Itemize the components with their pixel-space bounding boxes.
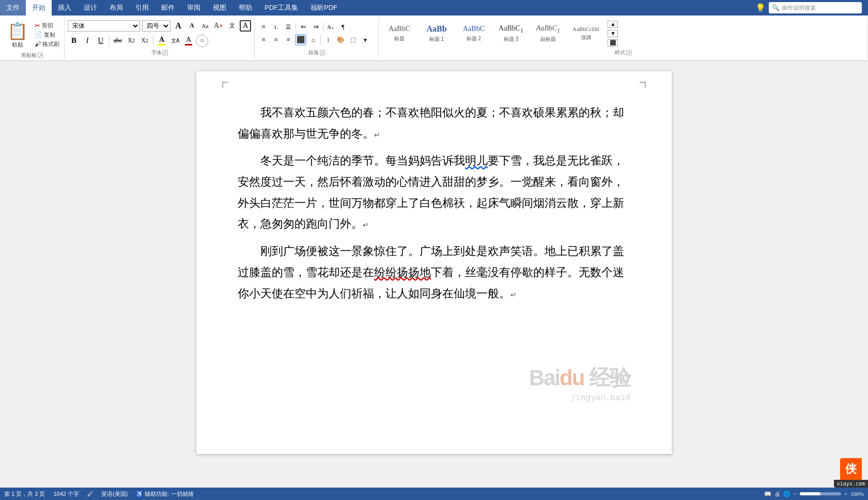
- change-case-button[interactable]: Aa: [199, 20, 211, 32]
- para-sep2: [323, 22, 323, 32]
- style-subtitle[interactable]: AaBbC1 副标题: [531, 21, 566, 46]
- strikethrough-button[interactable]: abc: [112, 35, 124, 47]
- paragraph-1[interactable]: 我不喜欢五颜六色的春；不喜欢艳阳似火的夏；不喜欢硕果累累的秋；却偏偏喜欢那与世无…: [238, 102, 630, 144]
- borders-button[interactable]: ⬚: [347, 34, 359, 46]
- subscript-button[interactable]: X2: [125, 35, 137, 47]
- styles-label: 样式: [615, 49, 625, 56]
- style-heading3-preview: AaBbC1: [499, 24, 523, 35]
- font-color-button[interactable]: A: [156, 35, 168, 47]
- justify-button[interactable]: ⬛: [295, 34, 306, 46]
- baidu-watermark: Baidu 经验 jingyan.baid: [529, 363, 630, 402]
- menu-item-insert[interactable]: 插入: [52, 0, 78, 16]
- decrease-font-size-button[interactable]: A: [186, 20, 197, 32]
- font-color2-button[interactable]: A: [182, 35, 195, 47]
- document-page[interactable]: 我不喜欢五颜六色的春；不喜欢艳阳似火的夏；不喜欢硕果累累的秋；却偏偏喜欢那与世无…: [196, 71, 672, 454]
- align-right-button[interactable]: ≡: [283, 34, 294, 46]
- paragraph-expand[interactable]: ↗: [320, 50, 325, 55]
- decrease-indent-button[interactable]: ⇐: [298, 21, 309, 33]
- clear-format-button[interactable]: A ✕: [213, 20, 224, 32]
- style-normal[interactable]: AaBbC 标题: [382, 22, 417, 44]
- paragraph-2[interactable]: 冬天是一个纯洁的季节。每当妈妈告诉我明儿要下雪，我总是无比雀跃，安然度过一天，然…: [238, 150, 630, 235]
- copy-button[interactable]: 📄 复制: [33, 31, 61, 39]
- style-emphasis-preview: AaBbCcDd: [572, 25, 599, 33]
- read-view-button[interactable]: 📖: [764, 491, 771, 497]
- styles-expand[interactable]: ↗: [626, 50, 631, 55]
- accessibility[interactable]: ♿ 辅助功能: 一切就绪: [136, 490, 193, 498]
- bullets-button[interactable]: ≡: [258, 21, 269, 33]
- page-info[interactable]: 第 1 页，共 3 页: [4, 490, 45, 498]
- ribbon: 📋 粘贴 ✂ 剪切 📄 复制 🖌 格式刷 剪贴板 ↗: [0, 16, 868, 61]
- format-painter-button[interactable]: 🖌 格式刷: [33, 40, 61, 49]
- cut-label: 剪切: [42, 22, 53, 29]
- line-spacing-button[interactable]: ↕: [322, 34, 334, 46]
- search-box[interactable]: 🔍 操作说明搜索: [769, 2, 862, 13]
- increase-indent-button[interactable]: ⇒: [310, 21, 321, 33]
- zoom-minus[interactable]: −: [794, 491, 797, 497]
- zoom-level: 100%: [850, 491, 864, 497]
- menu-item-layout[interactable]: 布局: [103, 0, 129, 16]
- font-style-A-button[interactable]: A: [240, 20, 251, 32]
- xia-badge[interactable]: 侠: [840, 458, 862, 480]
- superscript-button[interactable]: X2: [138, 35, 151, 47]
- styles-scroll: ▲ ▼ ⬛: [608, 21, 618, 47]
- sort-button[interactable]: A↓: [325, 21, 336, 33]
- style-emphasis[interactable]: AaBbCcDd 强调: [568, 23, 603, 43]
- menu-item-design[interactable]: 设计: [78, 0, 103, 16]
- underline-button[interactable]: U: [95, 35, 107, 47]
- multilevel-list-button[interactable]: ☰: [283, 21, 294, 33]
- styles-group: AaBbC 标题 AaBb 标题 1 AaBbC 标题 2 AaBbC1 标题 …: [379, 18, 868, 58]
- print-layout-button[interactable]: 🖨: [774, 491, 780, 497]
- zoom-slider[interactable]: [800, 492, 841, 495]
- clipboard-expand[interactable]: ↗: [38, 53, 43, 58]
- highlight-button[interactable]: 文A: [169, 35, 181, 47]
- font-expand[interactable]: ↗: [163, 50, 168, 55]
- clipboard-label: 剪贴板: [21, 52, 37, 59]
- menu-item-references[interactable]: 引用: [129, 0, 155, 16]
- web-layout-button[interactable]: 🌐: [783, 491, 791, 497]
- menu-item-file[interactable]: 文件: [0, 0, 26, 16]
- style-heading3[interactable]: AaBbC1 标题 3: [493, 21, 529, 46]
- wen-icon-button[interactable]: 文: [226, 20, 238, 32]
- cut-button[interactable]: ✂ 剪切: [33, 21, 61, 30]
- menu-item-fuxin[interactable]: 福昕PDF: [304, 0, 344, 16]
- wavy-text-2: 纷纷扬扬地: [374, 266, 431, 279]
- column-button[interactable]: ⌂: [307, 34, 319, 46]
- show-marks-button[interactable]: ¶: [337, 21, 349, 33]
- zoom-plus[interactable]: +: [844, 491, 847, 497]
- paragraph-3[interactable]: 刚到广场便被这一景象惊住了。广场上到处是欢声笑语。地上已积累了盖过膝盖的雪，雪花…: [238, 241, 630, 304]
- menu-item-review[interactable]: 审阅: [181, 0, 207, 16]
- menu-item-pdf[interactable]: PDF工具集: [258, 0, 304, 16]
- italic-button[interactable]: I: [81, 35, 94, 47]
- corner-badge-container[interactable]: 侠 xiayx.com: [834, 458, 868, 488]
- style-heading2-preview: AaBbC: [463, 24, 485, 34]
- bold-button[interactable]: B: [68, 35, 80, 47]
- menu-item-help[interactable]: 帮助: [233, 0, 258, 16]
- shading-button[interactable]: 🎨: [335, 34, 346, 46]
- word-count[interactable]: 1042 个字: [53, 490, 79, 498]
- style-heading2[interactable]: AaBbC 标题 2: [456, 22, 491, 44]
- style-heading2-label: 标题 2: [467, 35, 481, 42]
- styles-more-button[interactable]: ⬛: [608, 39, 618, 47]
- numbering-button[interactable]: 1.: [270, 21, 282, 33]
- font-size-selector[interactable]: 四号: [142, 20, 171, 32]
- circle-button[interactable]: ○: [196, 35, 208, 47]
- styles-up-button[interactable]: ▲: [608, 21, 618, 28]
- menu-item-home[interactable]: 开始: [26, 0, 52, 16]
- paste-icon: 📋: [7, 21, 28, 41]
- align-center-button[interactable]: ≡: [270, 34, 282, 46]
- page-corner-tl: [222, 82, 228, 88]
- wavy-text-1: 明儿: [465, 154, 488, 167]
- increase-font-size-button[interactable]: A: [173, 20, 184, 32]
- font-name-selector[interactable]: 宋体: [68, 20, 140, 32]
- copy-icon: 📄: [35, 31, 42, 38]
- separator2: [153, 36, 153, 46]
- align-left-button[interactable]: ≡: [258, 34, 269, 46]
- borders-dropdown[interactable]: ▼: [360, 34, 371, 46]
- style-heading1[interactable]: AaBb 标题 1: [419, 21, 454, 46]
- styles-down-button[interactable]: ▼: [608, 30, 618, 37]
- clipboard-small-buttons: ✂ 剪切 📄 复制 🖌 格式刷: [33, 21, 61, 49]
- paste-button[interactable]: 📋 粘贴: [3, 19, 32, 51]
- menu-item-mail[interactable]: 邮件: [155, 0, 181, 16]
- language[interactable]: 英语(美国): [101, 490, 128, 498]
- menu-item-view[interactable]: 视图: [207, 0, 233, 16]
